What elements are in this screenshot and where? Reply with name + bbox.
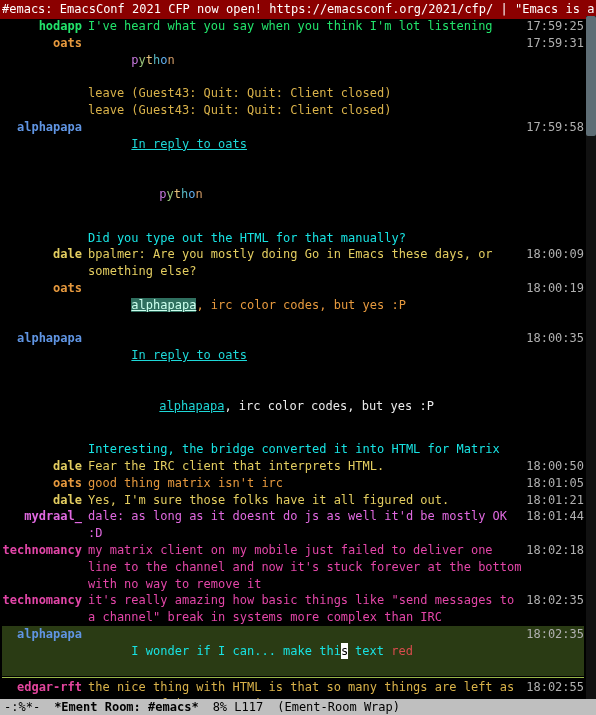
user-link[interactable]: alphapapa — [159, 399, 224, 413]
user-link[interactable]: oats — [218, 137, 247, 151]
message-row: oats good thing matrix isn't irc 18:01:0… — [2, 475, 584, 492]
scrollbar-track[interactable] — [586, 16, 596, 699]
message-text: Yes, I'm sure those folks have it all fi… — [88, 492, 524, 509]
message-text: Interesting, the bridge converted it int… — [88, 441, 524, 458]
message-text: In reply to oats — [88, 119, 524, 169]
message-row: Did you type out the HTML for that manua… — [2, 230, 584, 247]
mode-line: -:%*- *Ement Room: #emacs* 8% L117 (Emen… — [0, 699, 596, 715]
system-row: leave (Guest43: Quit: Quit: Client close… — [2, 102, 584, 119]
quoted-text: alphapapa, irc color codes, but yes :P — [88, 381, 524, 431]
timestamp: 18:01:21 — [524, 492, 584, 509]
message-text: Fear the IRC client that interprets HTML… — [88, 458, 524, 475]
timestamp: 18:00:19 — [524, 280, 584, 297]
message-row: alphapapa In reply to oats 17:59:58 — [2, 119, 584, 169]
message-row: dale Fear the IRC client that interprets… — [2, 458, 584, 475]
chat-log: hodapp I've heard what you say when you … — [0, 17, 586, 699]
quote-row: alphapapa, irc color codes, but yes :P — [2, 381, 584, 431]
modeline-mode: (Ement-Room Wrap) — [277, 699, 400, 715]
message-text: good thing matrix isn't irc — [88, 475, 524, 492]
mention[interactable]: alphapapa — [131, 298, 196, 312]
message-row: oats python 17:59:31 — [2, 35, 584, 85]
nick-dale: dale — [2, 492, 88, 509]
nick-mydraal: mydraal_ — [2, 508, 88, 525]
message-row-current: alphapapa I wonder if I can... make this… — [2, 626, 584, 676]
modeline-position: 8% L117 — [213, 699, 264, 715]
nick-oats: oats — [2, 475, 88, 492]
message-row: mydraal_ dale: as long as it doesnt do j… — [2, 508, 584, 542]
nick-technomancy: technomancy — [2, 542, 88, 559]
nick-alphapapa: alphapapa — [2, 626, 88, 643]
system-message: leave (Guest43: Quit: Quit: Client close… — [88, 102, 524, 119]
scrollbar-thumb[interactable] — [586, 16, 596, 136]
timestamp: 18:00:50 — [524, 458, 584, 475]
message-text: Did you type out the HTML for that manua… — [88, 230, 524, 247]
message-text: In reply to oats — [88, 330, 524, 380]
timestamp: 18:02:35 — [524, 592, 584, 609]
nick-edgar-rft: edgar-rft — [2, 679, 88, 696]
timestamp: 17:59:25 — [524, 18, 584, 35]
message-text: my matrix client on my mobile just faile… — [88, 542, 524, 592]
message-text: I wonder if I can... make this text red — [88, 626, 524, 676]
message-row: hodapp I've heard what you say when you … — [2, 18, 584, 35]
message-text: it's really amazing how basic things lik… — [88, 592, 524, 626]
timestamp: 18:00:09 — [524, 246, 584, 263]
message-text: I've heard what you say when you think I… — [88, 18, 524, 35]
reply-link[interactable]: In reply to — [131, 348, 218, 362]
message-row: technomancy it's really amazing how basi… — [2, 592, 584, 626]
timestamp: 17:59:31 — [524, 35, 584, 52]
message-row: alphapapa In reply to oats 18:00:35 — [2, 330, 584, 380]
system-row: leave (Guest43: Quit: Quit: Client close… — [2, 85, 584, 102]
nick-oats: oats — [2, 35, 88, 52]
quote-row: python — [2, 169, 584, 219]
nick-dale: dale — [2, 458, 88, 475]
nick-hodapp: hodapp — [2, 18, 88, 35]
system-message: leave (Guest43: Quit: Quit: Client close… — [88, 85, 524, 102]
nick-alphapapa: alphapapa — [2, 119, 88, 136]
quoted-text: python — [88, 169, 524, 219]
timestamp: 18:02:55 — [524, 679, 584, 696]
timestamp: 18:01:05 — [524, 475, 584, 492]
modeline-modified: -:%*- — [4, 699, 40, 715]
message-text: python — [88, 35, 524, 85]
nick-technomancy: technomancy — [2, 592, 88, 609]
message-row: edgar-rft the nice thing with HTML is th… — [2, 679, 584, 699]
message-text: bpalmer: Are you mostly doing Go in Emac… — [88, 246, 524, 280]
message-text: dale: as long as it doesnt do js as well… — [88, 508, 524, 542]
message-row: dale bpalmer: Are you mostly doing Go in… — [2, 246, 584, 280]
nick-oats: oats — [2, 280, 88, 297]
message-row: dale Yes, I'm sure those folks have it a… — [2, 492, 584, 509]
timestamp: 17:59:58 — [524, 119, 584, 136]
message-text: alphapapa, irc color codes, but yes :P — [88, 280, 524, 330]
user-link[interactable]: oats — [218, 348, 247, 362]
timestamp: 18:02:18 — [524, 542, 584, 559]
timestamp: 18:01:44 — [524, 508, 584, 525]
reply-link[interactable]: In reply to — [131, 137, 218, 151]
message-row: oats alphapapa, irc color codes, but yes… — [2, 280, 584, 330]
nick-dale: dale — [2, 246, 88, 263]
timestamp: 18:02:35 — [524, 626, 584, 643]
timestamp: 18:00:35 — [524, 330, 584, 347]
text-cursor: s — [341, 643, 348, 660]
message-row: Interesting, the bridge converted it int… — [2, 441, 584, 458]
message-text: the nice thing with HTML is that so many… — [88, 679, 524, 699]
message-row: technomancy my matrix client on my mobil… — [2, 542, 584, 592]
nick-alphapapa: alphapapa — [2, 330, 88, 347]
topic-bar: #emacs: EmacsConf 2021 CFP now open! htt… — [0, 0, 596, 19]
modeline-buffer: *Ement Room: #emacs* — [54, 699, 199, 715]
divider — [2, 677, 584, 678]
